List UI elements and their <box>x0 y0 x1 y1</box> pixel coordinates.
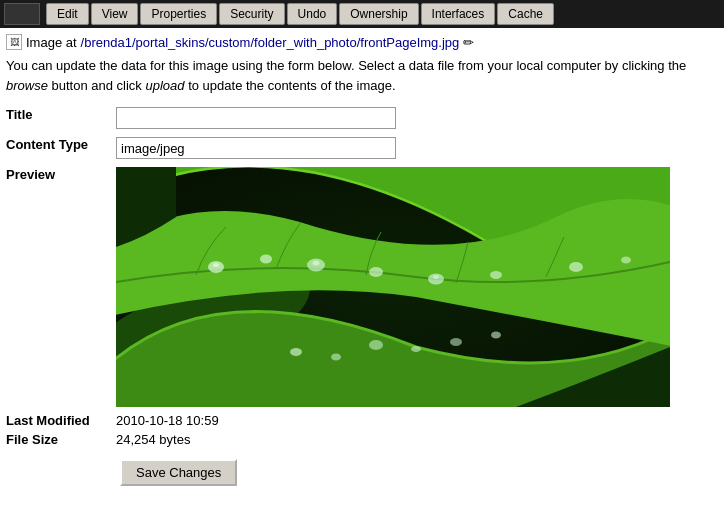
breadcrumb-link-1[interactable]: /brenda1 <box>81 35 132 50</box>
description-text: You can update the data for this image u… <box>2 54 722 103</box>
breadcrumb-prefix: Image at <box>26 35 77 50</box>
file-size-value: 24,254 bytes <box>112 430 722 449</box>
svg-point-14 <box>490 271 502 279</box>
tab-cache[interactable]: Cache <box>497 3 554 25</box>
svg-point-19 <box>433 275 439 279</box>
tab-view[interactable]: View <box>91 3 139 25</box>
title-input[interactable] <box>116 107 396 129</box>
svg-point-18 <box>313 261 320 266</box>
svg-point-15 <box>569 262 583 272</box>
nav-bar: Edit View Properties Security Undo Owner… <box>0 0 724 28</box>
file-size-label: File Size <box>2 430 112 449</box>
preview-label: Preview <box>2 163 112 411</box>
breadcrumb-link-3[interactable]: /custom <box>205 35 251 50</box>
svg-point-16 <box>621 257 631 264</box>
svg-point-7 <box>450 338 462 346</box>
last-modified-value: 2010-10-18 10:59 <box>112 411 722 430</box>
form-table: Title Content Type Preview <box>2 103 722 496</box>
svg-point-12 <box>369 267 383 277</box>
tab-undo[interactable]: Undo <box>287 3 338 25</box>
breadcrumb-link-2[interactable]: /portal_skins <box>132 35 205 50</box>
breadcrumb: 🖼 Image at /brenda1/portal_skins/custom/… <box>2 28 722 54</box>
edit-pencil-icon[interactable]: ✏ <box>463 35 474 50</box>
title-label: Title <box>2 103 112 133</box>
breadcrumb-link-5[interactable]: /frontPageImg.jpg <box>357 35 460 50</box>
svg-point-8 <box>491 332 501 339</box>
preview-image-container <box>116 167 670 407</box>
tab-properties[interactable]: Properties <box>140 3 217 25</box>
logo <box>4 3 40 25</box>
save-changes-button[interactable]: Save Changes <box>120 459 237 486</box>
svg-point-3 <box>290 348 302 356</box>
svg-point-4 <box>331 354 341 361</box>
content-type-input[interactable] <box>116 137 396 159</box>
image-icon: 🖼 <box>6 34 22 50</box>
breadcrumb-path: /brenda1/portal_skins/custom/folder_with… <box>81 35 460 50</box>
tab-edit[interactable]: Edit <box>46 3 89 25</box>
svg-point-17 <box>213 263 219 267</box>
tab-interfaces[interactable]: Interfaces <box>421 3 496 25</box>
tab-ownership[interactable]: Ownership <box>339 3 418 25</box>
preview-image <box>116 167 670 407</box>
svg-point-6 <box>411 346 421 352</box>
breadcrumb-link-4[interactable]: /folder_with_photo <box>250 35 356 50</box>
tab-security[interactable]: Security <box>219 3 284 25</box>
content-type-label: Content Type <box>2 133 112 163</box>
svg-point-5 <box>369 340 383 350</box>
svg-point-10 <box>260 255 272 264</box>
last-modified-label: Last Modified <box>2 411 112 430</box>
